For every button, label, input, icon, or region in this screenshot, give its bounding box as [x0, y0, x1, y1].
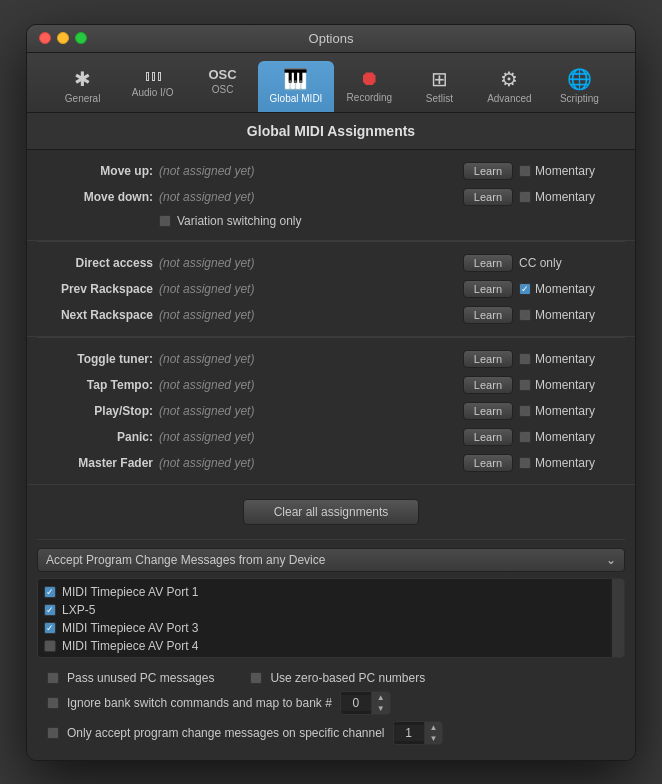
advanced-icon: ⚙ [500, 67, 518, 91]
prev-rackspace-learn-button[interactable]: Learn [463, 280, 513, 298]
next-rackspace-checkbox[interactable] [519, 309, 531, 321]
variation-checkbox[interactable] [159, 215, 171, 227]
tap-tempo-momentary-label: Momentary [535, 378, 595, 392]
dropdown-arrow-icon: ⌄ [606, 553, 616, 567]
controls-group: Toggle tuner: (not assigned yet) Learn M… [27, 338, 635, 485]
variation-label: Variation switching only [177, 214, 302, 228]
direct-access-learn-button[interactable]: Learn [463, 254, 513, 272]
move-down-row: Move down: (not assigned yet) Learn Mome… [43, 184, 619, 210]
general-icon: ✱ [74, 67, 91, 91]
tab-advanced-label: Advanced [487, 93, 531, 104]
device-0-label: MIDI Timepiece AV Port 1 [62, 585, 199, 599]
channel-decrement-button[interactable]: ▼ [424, 733, 443, 744]
program-change-dropdown[interactable]: Accept Program Change Messages from any … [37, 548, 625, 572]
clear-section: Clear all assignments [27, 485, 635, 539]
close-button[interactable] [39, 32, 51, 44]
tap-tempo-learn-button[interactable]: Learn [463, 376, 513, 394]
bank-decrement-button[interactable]: ▼ [371, 703, 390, 714]
device-3-label: MIDI Timepiece AV Port 4 [62, 639, 199, 653]
variation-row: Variation switching only [43, 210, 619, 232]
traffic-lights [39, 32, 87, 44]
tab-audio-io[interactable]: ⫾⫾⫾ Audio I/O [118, 61, 188, 112]
panic-checkbox[interactable] [519, 431, 531, 443]
master-fader-label: Master Fader [43, 456, 153, 470]
master-fader-checkbox[interactable] [519, 457, 531, 469]
tab-general[interactable]: ✱ General [48, 61, 118, 112]
channel-stepper[interactable]: 1 ▲ ▼ [393, 721, 444, 745]
tap-tempo-checkbox[interactable] [519, 379, 531, 391]
play-stop-label: Play/Stop: [43, 404, 153, 418]
move-down-checkbox[interactable] [519, 191, 531, 203]
play-stop-row: Play/Stop: (not assigned yet) Learn Mome… [43, 398, 619, 424]
prev-rackspace-checkbox[interactable]: ✓ [519, 283, 531, 295]
toggle-tuner-learn-button[interactable]: Learn [463, 350, 513, 368]
tab-recording-label: Recording [347, 92, 393, 103]
master-fader-learn-button[interactable]: Learn [463, 454, 513, 472]
move-down-learn-button[interactable]: Learn [463, 188, 513, 206]
panic-label: Panic: [43, 430, 153, 444]
device-3-checkbox[interactable] [44, 640, 56, 652]
toggle-tuner-label: Toggle tuner: [43, 352, 153, 366]
next-rackspace-row: Next Rackspace (not assigned yet) Learn … [43, 302, 619, 328]
move-up-row: Move up: (not assigned yet) Learn Moment… [43, 158, 619, 184]
device-item-0: ✓ MIDI Timepiece AV Port 1 [44, 583, 618, 601]
move-up-label: Move up: [43, 164, 153, 178]
device-0-checkbox[interactable]: ✓ [44, 586, 56, 598]
zero-based-label: Use zero-based PC numbers [270, 671, 425, 685]
movement-group: Move up: (not assigned yet) Learn Moment… [27, 150, 635, 241]
section-title: Global MIDI Assignments [27, 113, 635, 150]
tab-setlist[interactable]: ⊞ Setlist [404, 61, 474, 112]
device-2-label: MIDI Timepiece AV Port 3 [62, 621, 199, 635]
channel-increment-button[interactable]: ▲ [424, 722, 443, 733]
move-down-value: (not assigned yet) [159, 190, 457, 204]
device-1-label: LXP-5 [62, 603, 95, 617]
toggle-tuner-checkbox[interactable] [519, 353, 531, 365]
channel-row: Only accept program change messages on s… [47, 718, 615, 748]
prev-rackspace-momentary-label: Momentary [535, 282, 595, 296]
tap-tempo-label: Tap Tempo: [43, 378, 153, 392]
tab-advanced[interactable]: ⚙ Advanced [474, 61, 544, 112]
tab-general-label: General [65, 93, 101, 104]
zero-based-checkbox[interactable] [250, 672, 262, 684]
toggle-tuner-row: Toggle tuner: (not assigned yet) Learn M… [43, 346, 619, 372]
play-stop-momentary-label: Momentary [535, 404, 595, 418]
master-fader-momentary-label: Momentary [535, 456, 595, 470]
device-1-checkbox[interactable]: ✓ [44, 604, 56, 616]
play-stop-learn-button[interactable]: Learn [463, 402, 513, 420]
direct-access-value: (not assigned yet) [159, 256, 457, 270]
bank-row: Ignore bank switch commands and map to b… [47, 688, 615, 718]
device-list[interactable]: ✓ MIDI Timepiece AV Port 1 ✓ LXP-5 ✓ MID… [37, 578, 625, 658]
next-rackspace-learn-button[interactable]: Learn [463, 306, 513, 324]
tab-recording[interactable]: ⏺ Recording [334, 61, 404, 112]
bank-stepper-controls: ▲ ▼ [371, 692, 390, 714]
panic-learn-button[interactable]: Learn [463, 428, 513, 446]
prev-rackspace-momentary: ✓ Momentary [519, 282, 619, 296]
main-content: Global MIDI Assignments Move up: (not as… [27, 113, 635, 760]
panic-momentary: Momentary [519, 430, 619, 444]
minimize-button[interactable] [57, 32, 69, 44]
move-down-momentary-label: Momentary [535, 190, 595, 204]
program-change-section: Accept Program Change Messages from any … [27, 540, 635, 760]
bank-checkbox[interactable] [47, 697, 59, 709]
bank-stepper[interactable]: 0 ▲ ▼ [340, 691, 391, 715]
bank-increment-button[interactable]: ▲ [371, 692, 390, 703]
bank-label: Ignore bank switch commands and map to b… [67, 696, 332, 710]
move-up-checkbox[interactable] [519, 165, 531, 177]
maximize-button[interactable] [75, 32, 87, 44]
tab-scripting[interactable]: 🌐 Scripting [544, 61, 614, 112]
window-title: Options [309, 31, 354, 46]
move-up-learn-button[interactable]: Learn [463, 162, 513, 180]
panic-value: (not assigned yet) [159, 430, 457, 444]
tab-scripting-label: Scripting [560, 93, 599, 104]
play-stop-checkbox[interactable] [519, 405, 531, 417]
pass-unused-checkbox[interactable] [47, 672, 59, 684]
toggle-tuner-value: (not assigned yet) [159, 352, 457, 366]
tap-tempo-row: Tap Tempo: (not assigned yet) Learn Mome… [43, 372, 619, 398]
tab-global-midi[interactable]: 🎹 Global MIDI [258, 61, 335, 112]
play-stop-momentary: Momentary [519, 404, 619, 418]
tab-setlist-label: Setlist [426, 93, 453, 104]
tab-osc[interactable]: OSC OSC [188, 61, 258, 112]
clear-all-button[interactable]: Clear all assignments [243, 499, 420, 525]
device-2-checkbox[interactable]: ✓ [44, 622, 56, 634]
channel-checkbox[interactable] [47, 727, 59, 739]
